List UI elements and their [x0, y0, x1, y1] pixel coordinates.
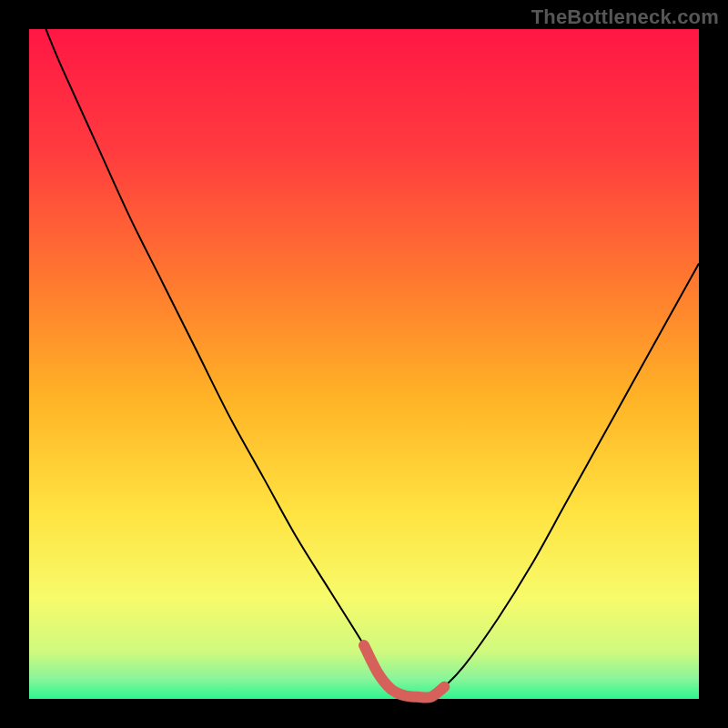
chart-frame: TheBottleneck.com: [0, 0, 728, 728]
watermark-text: TheBottleneck.com: [531, 5, 719, 29]
plot-area: [29, 29, 699, 699]
chart-canvas: [0, 0, 728, 728]
